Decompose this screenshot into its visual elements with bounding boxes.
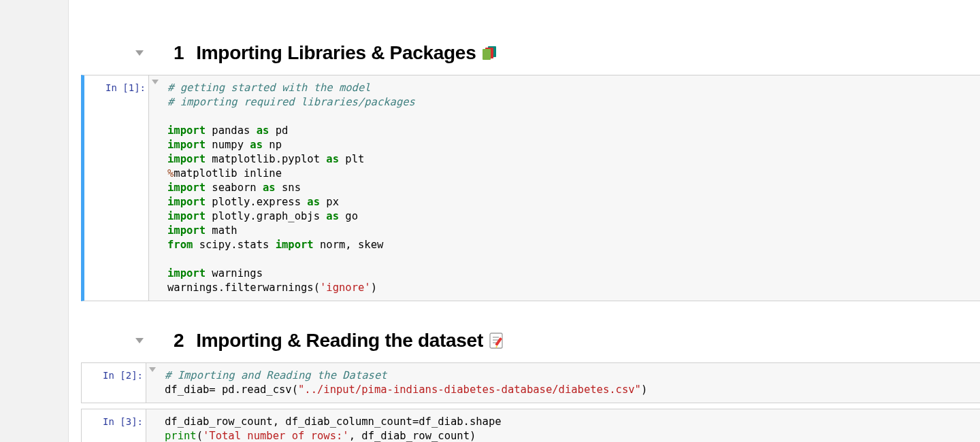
code-keyword: import: [167, 139, 206, 151]
code-keyword: import: [167, 210, 206, 222]
cell-prompt: In [2]:: [82, 363, 146, 403]
cell-prompt: In [3]:: [82, 409, 146, 442]
code-comment: # Importing and Reading the Dataset: [165, 369, 387, 381]
code-text: norm, skew: [314, 239, 384, 251]
svg-rect-2: [483, 49, 491, 60]
chevron-down-icon[interactable]: [135, 338, 144, 343]
code-keyword: import: [167, 224, 206, 237]
cell-gutter: [148, 75, 163, 301]
code-keyword: import: [167, 124, 206, 137]
section-text: Importing Libraries & Packages: [196, 42, 476, 64]
code-text: warnings: [206, 267, 263, 279]
code-builtin: print: [165, 430, 197, 442]
code-magic: %: [167, 167, 174, 180]
cell-code[interactable]: # Importing and Reading the Dataset df_d…: [161, 363, 980, 403]
code-text: matplotlib inline: [174, 167, 282, 180]
code-comment: # getting started with the model: [167, 82, 371, 94]
code-text: sns: [276, 182, 301, 194]
code-keyword: import: [167, 153, 206, 165]
code-cell-2[interactable]: In [2]: # Importing and Reading the Data…: [81, 362, 980, 403]
code-text: plt: [339, 153, 364, 165]
chevron-down-icon[interactable]: [135, 50, 144, 56]
code-text: pd: [269, 124, 288, 137]
code-text: plotly.graph_objs: [206, 210, 326, 222]
code-string: "../input/pima-indians-diabetes-database…: [298, 384, 641, 396]
code-keyword: as: [257, 124, 270, 137]
chevron-down-icon[interactable]: [149, 367, 156, 372]
books-icon: [481, 44, 500, 62]
code-text: math: [206, 224, 238, 237]
code-text: numpy: [206, 139, 250, 151]
chevron-down-icon[interactable]: [152, 80, 159, 84]
cell-prompt: In [1]:: [84, 75, 148, 301]
code-keyword: as: [307, 196, 320, 208]
code-text: px: [320, 196, 339, 208]
cell-gutter: [146, 409, 161, 442]
code-text: go: [339, 210, 358, 222]
code-text: np: [263, 139, 282, 151]
code-cell-1[interactable]: In [1]: # getting started with the model…: [81, 75, 980, 301]
code-text: (: [197, 430, 203, 442]
cell-code[interactable]: df_diab_row_count, df_diab_column_count=…: [161, 409, 980, 442]
code-string: 'Total number of rows:': [203, 430, 349, 442]
code-keyword: import: [167, 267, 206, 279]
code-keyword: import: [167, 182, 206, 194]
code-text: df_diab= pd.read_csv(: [165, 384, 298, 396]
code-keyword: as: [326, 210, 339, 222]
code-text: seaborn: [206, 182, 263, 194]
pencil-paper-icon: [489, 332, 505, 350]
code-keyword: as: [263, 182, 276, 194]
code-keyword: import: [276, 239, 314, 251]
code-text: scipy.stats: [193, 239, 275, 251]
code-string: 'ignore': [320, 282, 371, 294]
code-keyword: from: [167, 239, 193, 251]
section-text: Importing & Reading the dataset: [196, 330, 483, 352]
notebook-container: 1 Importing Libraries & Packages In [1]:…: [68, 0, 980, 442]
section-number: 1: [174, 42, 184, 64]
code-text: pandas: [206, 124, 257, 137]
code-comment: # importing required libraries/packages: [167, 96, 415, 108]
code-text: ): [371, 282, 377, 294]
section-title-2: 2 Importing & Reading the dataset: [174, 330, 505, 352]
code-keyword: import: [167, 196, 206, 208]
code-keyword: as: [250, 139, 263, 151]
code-text: df_diab_row_count, df_diab_column_count=…: [165, 415, 502, 428]
code-text: matplotlib.pyplot: [206, 153, 326, 165]
cell-gutter: [146, 363, 161, 403]
section-number: 2: [174, 330, 184, 352]
code-keyword: as: [326, 153, 339, 165]
section-title-1: 1 Importing Libraries & Packages: [174, 42, 500, 64]
cell-code[interactable]: # getting started with the model # impor…: [163, 75, 980, 301]
code-text: plotly.express: [206, 196, 307, 208]
code-text: warnings.filterwarnings(: [167, 282, 320, 294]
section-header-1[interactable]: 1 Importing Libraries & Packages: [69, 38, 980, 68]
code-cell-3[interactable]: In [3]: df_diab_row_count, df_diab_colum…: [81, 409, 980, 442]
code-text: , df_diab_row_count): [349, 430, 476, 442]
code-text: ): [641, 384, 647, 396]
section-header-2[interactable]: 2 Importing & Reading the dataset: [69, 326, 980, 356]
